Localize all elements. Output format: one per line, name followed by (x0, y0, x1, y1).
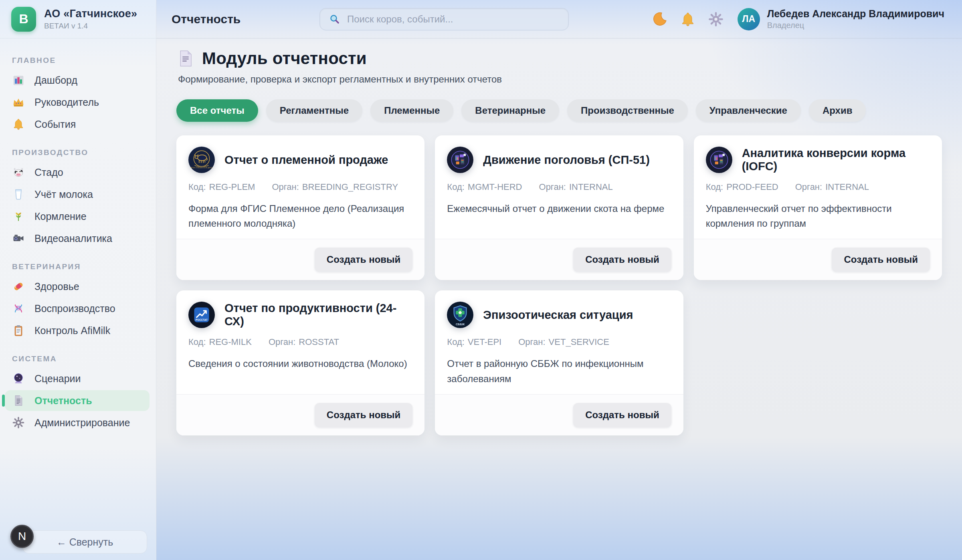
topbar-icons (652, 11, 724, 27)
sidebar-item-reporting[interactable]: Отчетность (5, 390, 150, 411)
card-footer: Создать новый (435, 239, 683, 280)
bell-icon (680, 22, 696, 28)
tab-regulatory[interactable]: Регламентные (266, 99, 362, 122)
tab-all-reports[interactable]: Все отчеты (176, 99, 258, 122)
theme-toggle-button[interactable] (652, 11, 668, 27)
sidebar-item-label: Дашборд (34, 75, 77, 86)
svg-text:СББЖ: СББЖ (456, 322, 465, 326)
sidebar-item-label: Учёт молока (34, 189, 93, 200)
sidebar-item-events[interactable]: События (5, 114, 150, 135)
card-body: ФГИС ПЛЕМЕННОЕ ДЕЛО Отчет о племенной пр… (176, 135, 424, 239)
card-footer: Создать новый (694, 239, 942, 280)
feed-analytics-logo-icon (706, 147, 732, 173)
settings-button[interactable] (708, 11, 724, 27)
crystal-ball-icon (12, 372, 25, 385)
sidebar-header: В АО «Гатчинское» ВЕТАИ v 1.4 (0, 0, 156, 38)
organ-value: VET_SERVICE (549, 337, 609, 347)
sidebar-item-herd[interactable]: Стадо (5, 162, 150, 183)
moon-icon (652, 22, 668, 28)
dna-icon (12, 302, 25, 315)
tab-breeding[interactable]: Племенные (370, 99, 453, 122)
organ-value: INTERNAL (569, 182, 613, 192)
code-label: Код: (447, 182, 465, 192)
organ-label: Орган: (539, 182, 566, 192)
rosstat-logo-icon: РОССТАТ (188, 302, 215, 328)
notifications-button[interactable] (680, 11, 696, 27)
card-head: Аналитика конверсии корма (IOFC) (706, 147, 930, 173)
code-value: VET-EPI (468, 337, 501, 347)
sidebar-item-label: Здоровье (34, 281, 79, 292)
sidebar-item-milk[interactable]: Учёт молока (5, 184, 150, 205)
create-report-button[interactable]: Создать новый (832, 248, 930, 272)
code-value: REG-MILK (209, 337, 252, 347)
n-badge[interactable]: N (10, 525, 34, 548)
tab-archive[interactable]: Архив (809, 99, 866, 122)
sidebar-section-title: ГЛАВНОЕ (12, 56, 156, 65)
sidebar-item-video-analytics[interactable]: Видеоаналитика (5, 228, 150, 249)
sidebar-footer: N ← Свернуть (0, 530, 156, 560)
organ-label: Орган: (269, 337, 295, 347)
collapse-sidebar-button[interactable]: ← Свернуть (22, 530, 147, 554)
create-report-button[interactable]: Создать новый (315, 403, 413, 427)
search-input[interactable] (347, 14, 560, 25)
gear-icon (708, 22, 724, 28)
organ-label: Орган: (272, 182, 299, 192)
card-body: СББЖ Эпизоотическая ситуация Код:VET-EPI… (435, 290, 683, 394)
code-value: PROD-FEED (726, 182, 778, 192)
tab-veterinary[interactable]: Ветеринарные (461, 99, 559, 122)
card-footer: Создать новый (176, 394, 424, 435)
tab-management[interactable]: Управленческие (696, 99, 801, 122)
code-label: Код: (447, 337, 465, 347)
sidebar-item-label: Администрирование (34, 417, 130, 429)
sidebar-item-label: Воспроизводство (34, 303, 115, 314)
cow-icon (12, 166, 25, 179)
card-head: Движение поголовья (СП-51) (447, 147, 671, 173)
sidebar-item-health[interactable]: Здоровье (5, 276, 150, 297)
sidebar-item-dashboard[interactable]: Дашборд (5, 70, 150, 91)
card-head: РОССТАТ Отчет по продуктивности (24-СХ) (188, 302, 412, 328)
svg-text:ФГИС ПЛЕМЕННОЕ ДЕЛО: ФГИС ПЛЕМЕННОЕ ДЕЛО (191, 167, 213, 169)
tab-production[interactable]: Производственные (567, 99, 688, 122)
app-root: В АО «Гатчинское» ВЕТАИ v 1.4 ГЛАВНОЕ Да… (0, 0, 962, 560)
card-footer: Создать новый (176, 239, 424, 280)
card-title: Эпизоотическая ситуация (483, 308, 633, 322)
org-block: АО «Гатчинское» ВЕТАИ v 1.4 (44, 8, 137, 30)
card-meta: Код:REG-MILK Орган:ROSSTAT (188, 337, 412, 347)
user-role: Владелец (767, 21, 944, 30)
page-title: Модуль отчетности (202, 49, 367, 68)
breeding-registry-logo-icon: ФГИС ПЛЕМЕННОЕ ДЕЛО (188, 147, 215, 173)
topbar: Отчетность (156, 0, 962, 38)
org-name: АО «Гатчинское» (44, 8, 137, 20)
user-menu[interactable]: ЛА Лебедев Александр Владимирович Владел… (738, 8, 944, 30)
pill-icon (12, 280, 25, 293)
card-description: Ежемесячный отчет о движении скота на фе… (447, 201, 671, 216)
sbbzh-shield-logo-icon: СББЖ (447, 302, 473, 328)
herd-analytics-logo-icon (447, 147, 473, 173)
card-body: РОССТАТ Отчет по продуктивности (24-СХ) … (176, 290, 424, 379)
sidebar-item-scenarios[interactable]: Сценарии (5, 368, 150, 389)
sidebar-item-afimilk-control[interactable]: Контроль AfiMilk (5, 320, 150, 341)
sidebar-item-manager[interactable]: Руководитель (5, 92, 150, 113)
card-title: Движение поголовья (СП-51) (483, 153, 649, 167)
report-card: Аналитика конверсии корма (IOFC) Код:PRO… (694, 135, 942, 280)
code-label: Код: (188, 337, 206, 347)
sidebar-section-title: ВЕТЕРИНАРИЯ (12, 262, 156, 271)
document-icon (176, 49, 195, 68)
report-card: ФГИС ПЛЕМЕННОЕ ДЕЛО Отчет о племенной пр… (176, 135, 424, 280)
sidebar-section-title: ПРОИЗВОДСТВО (12, 148, 156, 157)
sidebar-item-feeding[interactable]: Кормление (5, 206, 150, 227)
sidebar-item-administration[interactable]: Администрирование (5, 412, 150, 433)
create-report-button[interactable]: Создать новый (573, 248, 671, 272)
card-title: Отчет о племенной продаже (224, 153, 388, 167)
organ-value: ROSSTAT (299, 337, 339, 347)
sidebar-item-reproduction[interactable]: Воспроизводство (5, 298, 150, 319)
create-report-button[interactable]: Создать новый (315, 248, 413, 272)
card-title: Аналитика конверсии корма (IOFC) (742, 147, 930, 173)
report-card: СББЖ Эпизоотическая ситуация Код:VET-EPI… (435, 290, 683, 435)
card-description: Сведения о состоянии животноводства (Мол… (188, 356, 412, 371)
document-icon (12, 394, 25, 407)
card-footer: Создать новый (435, 394, 683, 435)
create-report-button[interactable]: Создать новый (573, 403, 671, 427)
code-label: Код: (188, 182, 206, 192)
card-meta: Код:VET-EPI Орган:VET_SERVICE (447, 337, 671, 347)
